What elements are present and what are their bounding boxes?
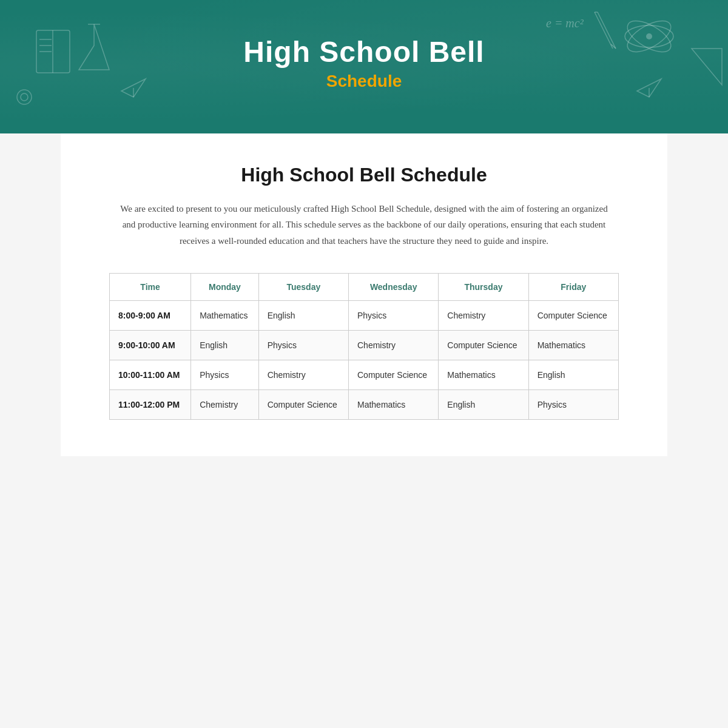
- cell-row3-thursday: English: [439, 389, 528, 419]
- cell-row0-monday: Mathematics: [191, 300, 258, 330]
- cell-row0-wednesday: Physics: [348, 300, 438, 330]
- svg-text:e = mc²: e = mc²: [546, 16, 584, 30]
- table-row: 11:00-12:00 PMChemistryComputer ScienceM…: [110, 389, 619, 419]
- cell-row2-time: 10:00-11:00 AM: [110, 360, 191, 389]
- cell-row1-wednesday: Chemistry: [348, 330, 438, 360]
- cell-row0-time: 8:00-9:00 AM: [110, 300, 191, 330]
- cell-row3-wednesday: Mathematics: [348, 389, 438, 419]
- svg-marker-19: [692, 49, 722, 85]
- cell-row1-thursday: Computer Science: [439, 330, 528, 360]
- col-header-wednesday: Wednesday: [348, 273, 438, 300]
- col-header-friday: Friday: [528, 273, 618, 300]
- svg-rect-0: [36, 30, 70, 73]
- header: e = mc² High School Bell Schedule: [0, 0, 728, 133]
- cell-row1-tuesday: Physics: [258, 330, 348, 360]
- svg-point-15: [17, 90, 32, 104]
- table-header-row: Time Monday Tuesday Wednesday Thursday F…: [110, 273, 619, 300]
- cell-row1-friday: Mathematics: [528, 330, 618, 360]
- cell-row0-tuesday: English: [258, 300, 348, 330]
- cell-row3-tuesday: Computer Science: [258, 389, 348, 419]
- cell-row2-friday: English: [528, 360, 618, 389]
- cell-row1-time: 9:00-10:00 AM: [110, 330, 191, 360]
- table-row: 9:00-10:00 AMEnglishPhysicsChemistryComp…: [110, 330, 619, 360]
- svg-point-6: [622, 15, 675, 58]
- header-subtitle: Schedule: [326, 72, 402, 91]
- table-row: 10:00-11:00 AMPhysicsChemistryComputer S…: [110, 360, 619, 389]
- cell-row3-monday: Chemistry: [191, 389, 258, 419]
- cell-row2-tuesday: Chemistry: [258, 360, 348, 389]
- table-row: 8:00-9:00 AMMathematicsEnglishPhysicsChe…: [110, 300, 619, 330]
- main-content: High School Bell Schedule We are excited…: [61, 133, 667, 456]
- cell-row2-wednesday: Computer Science: [348, 360, 438, 389]
- col-header-time: Time: [110, 273, 191, 300]
- col-header-monday: Monday: [191, 273, 258, 300]
- svg-point-8: [625, 25, 673, 47]
- cell-row0-friday: Computer Science: [528, 300, 618, 330]
- schedule-table: Time Monday Tuesday Wednesday Thursday F…: [109, 273, 619, 420]
- svg-point-9: [646, 33, 652, 39]
- svg-line-10: [595, 12, 613, 49]
- svg-point-7: [622, 15, 675, 58]
- col-header-tuesday: Tuesday: [258, 273, 348, 300]
- page-title: High School Bell Schedule: [109, 164, 619, 186]
- cell-row1-monday: English: [191, 330, 258, 360]
- cell-row3-time: 11:00-12:00 PM: [110, 389, 191, 419]
- svg-point-16: [21, 93, 28, 101]
- svg-marker-13: [611, 44, 616, 49]
- header-title: High School Bell: [243, 36, 484, 69]
- cell-row0-thursday: Chemistry: [439, 300, 528, 330]
- cell-row2-thursday: Mathematics: [439, 360, 528, 389]
- col-header-thursday: Thursday: [439, 273, 528, 300]
- cell-row3-friday: Physics: [528, 389, 618, 419]
- svg-line-11: [598, 12, 616, 49]
- cell-row2-monday: Physics: [191, 360, 258, 389]
- description-text: We are excited to present to you our met…: [115, 201, 613, 249]
